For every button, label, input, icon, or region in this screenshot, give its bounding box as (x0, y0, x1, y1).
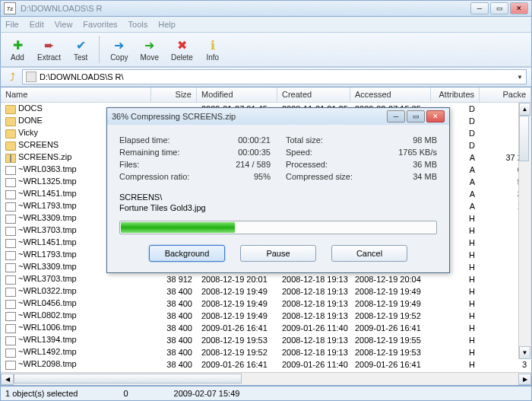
status-selected: 1 object(s) selected (5, 389, 78, 398)
menubar: File Edit View Favorites Tools Help (0, 17, 532, 32)
col-created[interactable]: Created (277, 88, 350, 102)
add-button[interactable]: ✚Add (5, 37, 30, 63)
ratio-label: Compression ratio: (119, 172, 189, 181)
scroll-down-icon[interactable]: ▼ (519, 346, 530, 359)
dialog-close-button[interactable]: ✕ (426, 110, 445, 123)
dialog-maximize-button[interactable]: ▭ (407, 110, 425, 123)
file-icon (5, 239, 16, 248)
files-value: 214 / 589 (236, 160, 271, 169)
folder-icon (5, 105, 16, 114)
vertical-scrollbar[interactable]: ▲ ▼ (518, 103, 531, 359)
table-row[interactable]: ~WRL0802.tmp38 4002008-12-19 19:492008-1… (1, 310, 531, 322)
current-file: SCREENS\ Fortune Tiles Gold3.jpg (119, 192, 437, 213)
minimize-button[interactable]: ─ (470, 2, 489, 14)
maximize-button[interactable]: ▭ (490, 2, 508, 14)
copy-button[interactable]: ➜Copy (106, 37, 132, 63)
col-name[interactable]: Name (1, 88, 151, 102)
file-icon (5, 166, 16, 175)
copy-icon: ➜ (112, 38, 127, 53)
table-row[interactable]: ~WRL3703.tmp38 9122008-12-19 20:012008-1… (1, 273, 531, 285)
csize-label: Compressed size: (286, 172, 353, 181)
progress-fill (121, 222, 235, 233)
file-icon (5, 251, 16, 260)
test-button[interactable]: ✔Test (68, 37, 93, 63)
plus-icon: ✚ (10, 38, 25, 53)
scroll-left-icon[interactable]: ◀ (1, 374, 14, 385)
menu-edit[interactable]: Edit (30, 20, 44, 29)
dialog-title: 36% Compressing SCREENS.zip (112, 112, 387, 121)
toolbar: ✚Add ➨Extract ✔Test ➜Copy ➜Move ✖Delete … (0, 32, 532, 67)
table-row[interactable]: ~WRL2580.tmp38 4002008-12-19 19:492008-1… (1, 371, 531, 372)
menu-help[interactable]: Help (158, 20, 176, 29)
table-row[interactable]: ~WRL1006.tmp38 4002009-01-26 16:412009-0… (1, 322, 531, 334)
elapsed-value: 00:00:21 (238, 135, 271, 145)
table-row[interactable]: ~WRL1394.tmp38 4002008-12-19 19:532008-1… (1, 334, 531, 346)
col-accessed[interactable]: Accessed (350, 88, 431, 102)
menu-file[interactable]: File (5, 20, 19, 29)
file-icon (5, 348, 16, 358)
file-icon (5, 215, 16, 224)
menu-view[interactable]: View (55, 20, 73, 29)
address-input[interactable]: D:\DOWNLOADS\S R\ ▼ (22, 69, 527, 84)
delete-button[interactable]: ✖Delete (166, 37, 198, 63)
move-button[interactable]: ➜Move (135, 37, 163, 63)
table-row[interactable]: ~WRL1492.tmp38 4002008-12-19 19:522008-1… (1, 346, 531, 358)
horizontal-scrollbar[interactable]: ◀ ▶ (1, 372, 531, 385)
file-icon (5, 275, 16, 285)
file-icon (5, 336, 16, 345)
col-packed[interactable]: Packe (480, 88, 531, 102)
table-row[interactable]: ~WRL2098.tmp38 4002009-01-26 16:412009-0… (1, 358, 531, 371)
pause-button[interactable]: Pause (240, 245, 316, 262)
dialog-minimize-button[interactable]: ─ (387, 110, 405, 123)
menu-favorites[interactable]: Favorites (83, 20, 117, 29)
totalsize-value: 98 MB (413, 135, 437, 145)
cancel-button[interactable]: Cancel (331, 245, 407, 262)
scroll-thumb[interactable] (519, 116, 529, 161)
scroll-up-icon[interactable]: ▲ (519, 103, 530, 116)
close-button[interactable]: ✕ (510, 2, 528, 14)
col-attributes[interactable]: Attributes (431, 88, 480, 102)
processed-value: 36 MB (413, 160, 437, 169)
progress-dialog: 36% Compressing SCREENS.zip ─ ▭ ✕ Elapse… (106, 107, 450, 273)
background-button[interactable]: Background (149, 245, 225, 262)
status-count: 0 (123, 389, 128, 398)
col-size[interactable]: Size (151, 88, 197, 102)
move-icon: ➜ (142, 38, 157, 53)
window-title: D:\DOWNLOADS\S R (21, 4, 470, 13)
address-path: D:\DOWNLOADS\S R\ (40, 72, 124, 81)
delete-icon: ✖ (174, 38, 189, 53)
info-icon: ℹ (205, 38, 220, 53)
up-icon[interactable]: ⤴ (5, 70, 19, 84)
menu-tools[interactable]: Tools (128, 20, 148, 29)
file-icon (5, 361, 16, 370)
file-icon (5, 324, 16, 333)
info-button[interactable]: ℹInfo (201, 37, 225, 63)
file-icon (5, 190, 16, 199)
zip-icon (5, 154, 16, 163)
extract-button[interactable]: ➨Extract (33, 37, 65, 63)
file-icon (5, 202, 16, 212)
toolbar-separator (99, 36, 100, 63)
test-icon: ✔ (73, 38, 88, 53)
statusbar: 1 object(s) selected 0 2009-02-07 15:49 (0, 386, 532, 401)
speed-label: Speed: (286, 148, 312, 157)
table-row[interactable]: ~WRL0456.tmp38 4002008-12-19 19:492008-1… (1, 298, 531, 310)
file-icon (5, 263, 16, 272)
processed-label: Processed: (286, 160, 328, 169)
totalsize-label: Total size: (286, 135, 323, 145)
address-bar: ⤴ D:\DOWNLOADS\S R\ ▼ (0, 67, 532, 87)
scroll-right-icon[interactable]: ▶ (518, 374, 531, 385)
col-modified[interactable]: Modified (197, 88, 277, 102)
hscroll-thumb[interactable] (14, 374, 242, 383)
folder-icon (5, 117, 16, 126)
address-dropdown-icon[interactable]: ▼ (517, 74, 523, 81)
extract-icon: ➨ (42, 38, 57, 53)
table-row[interactable]: ~WRL0322.tmp38 4002008-12-19 19:492008-1… (1, 285, 531, 298)
file-icon (5, 178, 16, 187)
current-filename: Fortune Tiles Gold3.jpg (119, 202, 437, 213)
drive-icon (26, 72, 36, 82)
progress-bar (119, 221, 437, 234)
file-icon (5, 288, 16, 297)
status-date: 2009-02-07 15:49 (174, 389, 240, 398)
elapsed-label: Elapsed time: (119, 135, 170, 145)
